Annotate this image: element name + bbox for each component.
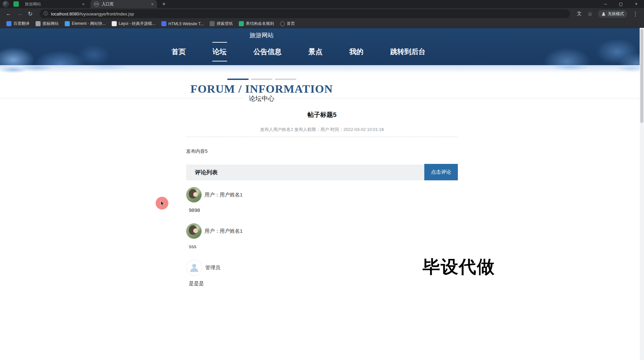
close-window-button[interactable]: × [629, 0, 644, 8]
translate-icon[interactable]: 文 [575, 9, 584, 18]
bookmark-label: HTML5 Website T... [168, 21, 204, 26]
site-title: 旅游网站 [0, 28, 523, 39]
indicator-bar [275, 79, 296, 80]
nav-home[interactable]: 首页 [171, 42, 186, 61]
comments-header-label: 评论列表 [195, 169, 218, 176]
comment-author: 用户：用户姓名1 [205, 192, 243, 198]
element-icon [65, 21, 70, 26]
bookmark-label: 搜索壁纸 [217, 21, 233, 27]
bookmark-label: 图标网站 [43, 21, 59, 27]
post-body: 发布内容5 [186, 148, 458, 154]
page-scrollbar[interactable] [640, 28, 644, 360]
incognito-label: 无痕模式 [608, 11, 624, 17]
comment-text: 是是是 [189, 280, 458, 287]
bookmark-item[interactable]: 图标网站 [33, 21, 62, 27]
table-rules-icon [239, 21, 244, 26]
bookmark-item[interactable]: 百度翻译 [3, 21, 33, 27]
screen: 旅游网站 × 入口页 × + ─ ▢ × ← → ↻ ⓘ localhost:8… [0, 0, 644, 360]
bookmark-item[interactable]: Layui - 经典开源模... [109, 21, 158, 27]
incognito-badge: 无痕模式 [598, 10, 627, 18]
tab-title: 旅游网站 [25, 1, 79, 7]
watermark-text: 毕设代做 [423, 255, 495, 279]
post-title: 帖子标题5 [186, 110, 458, 119]
nav-announcements[interactable]: 公告信息 [253, 42, 282, 61]
section-subtitle: 论坛中心 [244, 94, 279, 103]
nav-attractions[interactable]: 景点 [308, 42, 323, 61]
bookmark-label: 首页 [287, 21, 295, 27]
close-tab-icon[interactable]: × [82, 2, 85, 6]
section-title: FORUM / INFORMATION [0, 83, 523, 95]
bookmark-label: Layui - 经典开源模... [119, 21, 155, 27]
bookmarks-bar: 百度翻译 图标网站 Element - 网站快... Layui - 经典开源模… [0, 19, 644, 28]
post-meta: 发布人用户姓名2 发布人权限：用户 时间：2022-03-02 10:01:16 [186, 127, 458, 137]
browser-tabstrip: 旅游网站 × 入口页 × + ─ ▢ × [0, 0, 644, 8]
scrollbar-thumb[interactable] [640, 29, 643, 123]
site-info-icon[interactable]: ⓘ [44, 11, 48, 17]
post: 帖子标题5 发布人用户姓名2 发布人权限：用户 时间：2022-03-02 10… [186, 110, 458, 287]
bookmark-label: 表结构命名规则 [246, 21, 274, 27]
html5-icon [161, 21, 166, 26]
bookmark-label: 百度翻译 [13, 21, 30, 27]
main-content: FORUM / INFORMATION 论坛中心 帖子标题5 发布人用户姓名2 … [0, 79, 644, 287]
person-icon [189, 262, 200, 273]
browser-logo-icon [3, 1, 9, 7]
avatar [186, 223, 202, 239]
url-host: localhost:8080 [51, 11, 79, 16]
minimize-button[interactable]: ─ [598, 0, 613, 8]
comment-text: sss [189, 243, 458, 249]
maximize-button[interactable]: ▢ [613, 0, 629, 8]
forward-icon[interactable]: → [15, 9, 24, 18]
address-bar[interactable]: ⓘ localhost:8080/lvyouwangye/front/index… [40, 9, 570, 18]
globe-icon [280, 21, 285, 26]
bookmark-item[interactable]: 首页 [277, 21, 298, 27]
comment-item: 用户：用户姓名1 sss [186, 223, 458, 249]
baidu-translate-icon [6, 21, 11, 26]
close-tab-icon[interactable]: × [151, 2, 154, 6]
layui-icon [112, 21, 117, 26]
pinned-app-icon[interactable] [13, 1, 19, 7]
comment-author: 用户：用户姓名1 [205, 228, 243, 234]
tab-travel-site[interactable]: 旅游网站 × [21, 0, 88, 8]
nav-mine[interactable]: 我的 [349, 42, 364, 61]
indicator-bar [251, 79, 272, 80]
post-comment-button[interactable]: 点击评论 [424, 164, 458, 180]
nav-backend[interactable]: 跳转到后台 [390, 42, 426, 61]
browser-toolbar: ← → ↻ ⓘ localhost:8080/lvyouwangye/front… [0, 8, 644, 19]
window-controls: ─ ▢ × [598, 0, 644, 8]
bookmark-label: Element - 网站快... [72, 21, 106, 27]
avatar [186, 187, 202, 203]
comment-author: 管理员 [205, 265, 220, 271]
header-flower-banner [0, 65, 644, 75]
comment-text: 9898 [189, 207, 458, 213]
comments-header: 评论列表 点击评论 [186, 165, 458, 180]
globe-icon [94, 2, 99, 7]
bookmark-item[interactable]: Element - 网站快... [62, 21, 109, 27]
tab-title: 入口页 [102, 1, 148, 7]
nav-forum[interactable]: 论坛 [212, 42, 227, 61]
bookmark-item[interactable]: HTML5 Website T... [158, 21, 207, 26]
flag-icon [36, 21, 41, 26]
comment-item: 管理员 是是是 [186, 260, 458, 287]
bookmark-item[interactable]: 搜索壁纸 [207, 21, 236, 27]
cursor-icon [160, 200, 165, 207]
reload-icon[interactable]: ↻ [25, 9, 35, 18]
site-nav: 首页 论坛 公告信息 景点 我的 跳转到后台 [0, 41, 644, 62]
kebab-menu-icon[interactable]: ⋮ [631, 9, 640, 18]
bookmark-star-icon[interactable]: ☆ [585, 9, 595, 18]
new-tab-button[interactable]: + [160, 1, 167, 7]
url-path: /lvyouwangye/front/index.jsp [79, 11, 134, 16]
avatar [186, 260, 202, 276]
tab-entry-page[interactable]: 入口页 × [91, 0, 157, 8]
wallpaper-icon [210, 21, 215, 26]
section-indicator-bars [0, 79, 523, 80]
indicator-bar [227, 79, 249, 80]
incognito-person-icon [601, 12, 606, 16]
back-icon[interactable]: ← [4, 9, 13, 18]
comment-item: 用户：用户姓名1 9898 [186, 187, 458, 213]
bookmark-item[interactable]: 表结构命名规则 [236, 21, 277, 27]
site-header: 旅游网站 首页 论坛 公告信息 景点 我的 跳转到后台 [0, 28, 644, 65]
